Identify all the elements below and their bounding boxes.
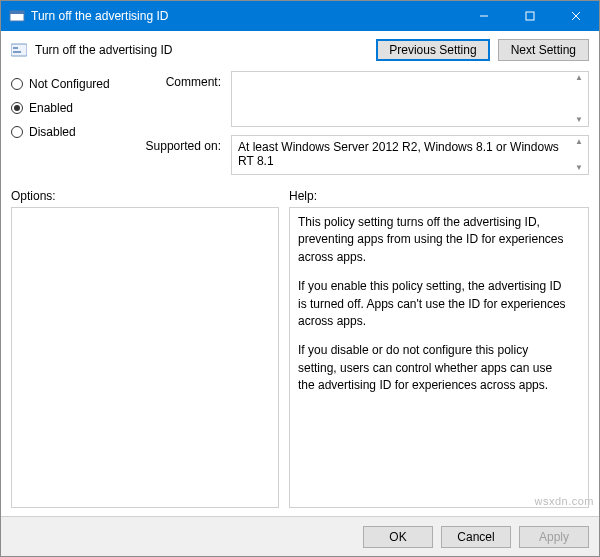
radio-not-configured[interactable]: Not Configured: [11, 77, 141, 91]
policy-editor-window: Turn off the advertising ID Turn off the…: [0, 0, 600, 557]
policy-icon: [11, 42, 27, 58]
svg-rect-1: [10, 11, 24, 14]
comment-label: Comment:: [141, 71, 231, 89]
scroll-down-icon[interactable]: ▼: [571, 115, 587, 125]
watermark: wsxdn.com: [534, 495, 594, 507]
panes-row: This policy setting turns off the advert…: [11, 207, 589, 508]
radio-icon: [11, 78, 23, 90]
header-row: Turn off the advertising ID Previous Set…: [11, 39, 589, 61]
help-paragraph: If you disable or do not configure this …: [298, 342, 570, 394]
policy-name: Turn off the advertising ID: [35, 43, 376, 57]
comment-value: [232, 72, 588, 92]
options-label: Options:: [11, 189, 289, 203]
help-pane: This policy setting turns off the advert…: [289, 207, 589, 508]
maximize-button[interactable]: [507, 1, 553, 31]
help-paragraph: If you enable this policy setting, the a…: [298, 278, 570, 330]
meta-column: Comment: ▲ ▼ Supported on: At least Wind…: [141, 71, 589, 175]
pane-labels: Options: Help:: [11, 189, 589, 203]
svg-rect-8: [13, 51, 21, 53]
svg-rect-3: [526, 12, 534, 20]
comment-row: Comment: ▲ ▼: [141, 71, 589, 127]
supported-textarea: At least Windows Server 2012 R2, Windows…: [231, 135, 589, 175]
apply-button[interactable]: Apply: [519, 526, 589, 548]
close-button[interactable]: [553, 1, 599, 31]
scroll-up-icon[interactable]: ▲: [571, 73, 587, 83]
scroll-up-icon[interactable]: ▲: [571, 137, 587, 147]
radio-label: Not Configured: [29, 77, 110, 91]
radio-label: Enabled: [29, 101, 73, 115]
content-area: Turn off the advertising ID Previous Set…: [1, 31, 599, 516]
help-label: Help:: [289, 189, 317, 203]
titlebar: Turn off the advertising ID: [1, 1, 599, 31]
supported-label: Supported on:: [141, 135, 231, 153]
comment-textarea[interactable]: ▲ ▼: [231, 71, 589, 127]
supported-row: Supported on: At least Windows Server 20…: [141, 135, 589, 175]
radio-label: Disabled: [29, 125, 76, 139]
help-text: This policy setting turns off the advert…: [290, 208, 588, 413]
next-setting-button[interactable]: Next Setting: [498, 39, 589, 61]
radio-enabled[interactable]: Enabled: [11, 101, 141, 115]
previous-setting-button[interactable]: Previous Setting: [376, 39, 489, 61]
config-row: Not Configured Enabled Disabled Comment:…: [11, 71, 589, 175]
radio-icon: [11, 126, 23, 138]
minimize-button[interactable]: [461, 1, 507, 31]
options-pane: [11, 207, 279, 508]
nav-buttons: Previous Setting Next Setting: [376, 39, 589, 61]
state-radio-group: Not Configured Enabled Disabled: [11, 71, 141, 175]
radio-disabled[interactable]: Disabled: [11, 125, 141, 139]
svg-rect-7: [13, 47, 18, 49]
cancel-button[interactable]: Cancel: [441, 526, 511, 548]
footer-buttons: OK Cancel Apply: [1, 516, 599, 556]
policy-icon: [9, 8, 25, 24]
supported-value: At least Windows Server 2012 R2, Windows…: [232, 136, 588, 172]
help-paragraph: This policy setting turns off the advert…: [298, 214, 570, 266]
scroll-down-icon[interactable]: ▼: [571, 163, 587, 173]
window-title: Turn off the advertising ID: [31, 9, 168, 23]
svg-rect-6: [11, 44, 27, 56]
ok-button[interactable]: OK: [363, 526, 433, 548]
radio-icon: [11, 102, 23, 114]
